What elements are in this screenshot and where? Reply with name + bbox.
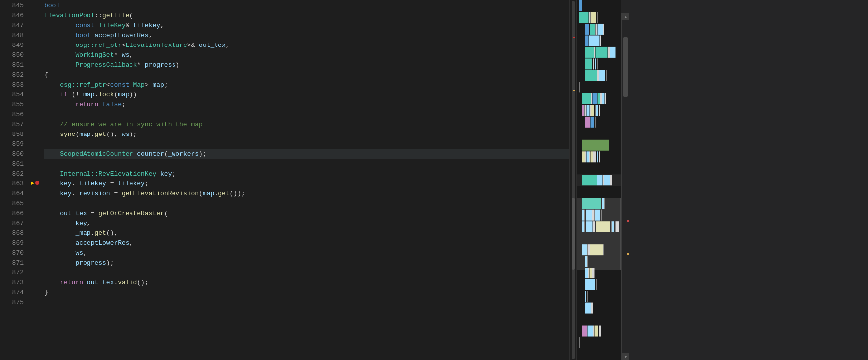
sidebar-scrollbar[interactable]: ElevationPool::getOrCreateRasterElevatio… [621, 13, 628, 360]
token: key [60, 189, 71, 199]
token: const [75, 21, 98, 31]
token: WorkingSet [75, 50, 114, 60]
code-lines: boolElevationPool::getTile( const TileKe… [44, 0, 569, 360]
gutter-854 [30, 89, 44, 99]
code-line-862: Internal::RevElevationKey key; [44, 169, 569, 179]
token: ( [199, 189, 203, 199]
token: . [91, 228, 95, 238]
scroll-thumb[interactable] [623, 37, 628, 97]
gutter-866 [30, 208, 44, 218]
gutter-852 [30, 69, 44, 79]
token: acceptLowerRes [94, 31, 148, 41]
token: , [226, 41, 230, 50]
token: _revision [75, 189, 110, 199]
code-line-847: const TileKey& tilekey, [44, 21, 569, 31]
line-number-862: 862 [0, 169, 24, 179]
line-number-863: 863 [0, 179, 24, 189]
line-number-869: 869 [0, 238, 24, 248]
gutter-849 [30, 40, 44, 49]
token: key [75, 219, 87, 228]
token: _map [75, 228, 90, 238]
line-number-857: 857 [0, 120, 24, 130]
code-line-848: bool acceptLowerRes, [44, 31, 569, 41]
scroll-up-btn[interactable]: ▲ [622, 13, 629, 20]
breakpoint-dot[interactable] [35, 181, 39, 185]
token: (); [137, 278, 148, 288]
token: ( [164, 149, 168, 159]
code-line-861 [44, 159, 569, 169]
fold-icon[interactable]: − [36, 61, 39, 67]
line-number-871: 871 [0, 258, 24, 268]
token: return [60, 278, 87, 288]
token: ( [130, 11, 133, 21]
token: ; [145, 179, 149, 189]
gutter-863: ▶ [30, 178, 44, 188]
line-number-865: 865 [0, 199, 24, 209]
code-line-871: progress); [44, 258, 569, 268]
gutter-855 [30, 99, 44, 109]
gutter-860 [30, 148, 44, 158]
token: (), [106, 130, 122, 139]
token: , [130, 50, 133, 60]
token: . [91, 130, 95, 139]
token: get [94, 228, 106, 238]
token: = [110, 189, 122, 199]
token: Internal::RevElevationKey [60, 169, 160, 179]
token: ; [172, 169, 175, 179]
token: tilekey [118, 179, 145, 189]
line-number-851: 851 [0, 60, 24, 70]
gutter-870 [30, 247, 44, 257]
sidebar-scrollbar-track[interactable]: ▲ ▼ [622, 13, 629, 360]
code-line-870: ws, [44, 248, 569, 258]
code-line-846: ElevationPool::getTile( [44, 11, 569, 21]
token: . [214, 189, 218, 199]
gutter-845 [30, 0, 44, 10]
line-number-847: 847 [0, 21, 24, 31]
code-line-852: { [44, 70, 569, 80]
editor-scrollbar[interactable] [569, 0, 576, 360]
token: ( [164, 209, 168, 219]
code-line-860: ScopedAtomicCounter counter(_workers); [44, 149, 569, 159]
gutter-862 [30, 168, 44, 178]
code-line-857: // ensure we are in sync with the map [44, 120, 569, 130]
token: bool [75, 31, 94, 41]
line-number-845: 845 [0, 1, 24, 11]
token: ScopedAtomicCounter [60, 149, 137, 159]
code-line-873: return out_tex.valid(); [44, 278, 569, 288]
line-number-848: 848 [0, 31, 24, 41]
gutter-871 [30, 257, 44, 267]
scroll-down-btn[interactable]: ▼ [622, 353, 629, 360]
token: _workers [168, 149, 199, 159]
token: map [79, 130, 90, 139]
gutter-848 [30, 30, 44, 40]
minimap[interactable] [576, 0, 621, 360]
token: false [102, 100, 122, 110]
scroll-marker-1 [627, 220, 629, 222]
token: )) [130, 90, 137, 100]
token: ( [75, 130, 79, 139]
gutter-853 [30, 79, 44, 89]
token: _map [79, 90, 94, 100]
gutter-861 [30, 158, 44, 168]
line-number-858: 858 [0, 130, 24, 139]
gutter-869 [30, 237, 44, 247]
token: = [106, 179, 118, 189]
line-number-853: 853 [0, 80, 24, 90]
line-number-872: 872 [0, 268, 24, 278]
token: ) [175, 60, 179, 70]
token: ws [122, 50, 130, 60]
gutter-850 [30, 49, 44, 59]
line-number-850: 850 [0, 50, 24, 60]
token: valid [118, 278, 137, 288]
token: counter [137, 149, 164, 159]
gutter-873 [30, 277, 44, 287]
token: , [87, 219, 91, 228]
line-number-856: 856 [0, 110, 24, 120]
line-number-866: 866 [0, 209, 24, 219]
gutter-858 [30, 129, 44, 138]
gutter-868 [30, 227, 44, 237]
line-numbers: 8458468478488498508518528538548558568578… [0, 0, 30, 360]
line-number-849: 849 [0, 41, 24, 50]
line-number-875: 875 [0, 298, 24, 308]
code-line-859 [44, 139, 569, 149]
